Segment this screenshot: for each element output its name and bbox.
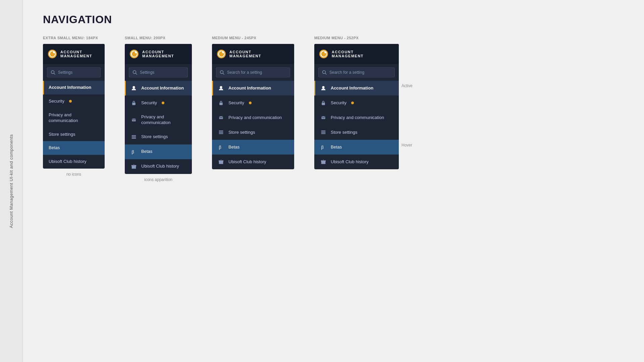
store-icon [218, 129, 224, 136]
nav-menu-extra-small: ACCOUNT MANAGEMENT SettingsAccount Infor… [43, 44, 105, 169]
nav-item[interactable]: Store settings [43, 128, 105, 141]
menu-column-medium: MEDIUM MENU - 245px ACCOUNT MANAGEMENT S… [212, 36, 294, 169]
notification-badge [249, 102, 252, 104]
nav-item-label: Account Information [331, 85, 373, 91]
nav-header: ACCOUNT MANAGEMENT [314, 44, 399, 64]
nav-header: ACCOUNT MANAGEMENT [212, 44, 294, 64]
nav-item-label: Store settings [228, 130, 255, 135]
svg-point-10 [132, 86, 135, 88]
svg-rect-14 [132, 136, 136, 137]
lock-icon [218, 100, 224, 106]
state-annotation [401, 123, 413, 138]
svg-line-37 [325, 73, 327, 75]
svg-rect-25 [219, 103, 223, 105]
svg-rect-46 [321, 161, 326, 162]
nav-item[interactable]: β Betas [314, 140, 399, 155]
nav-menu-small: ACCOUNT MANAGEMENT Settings Account Info… [125, 44, 192, 174]
search-bar[interactable]: Settings [47, 67, 101, 77]
gift-icon [320, 159, 327, 165]
lock-icon [320, 100, 327, 106]
nav-item-label: Security [49, 99, 64, 104]
nav-item[interactable]: Ubisoft Club history [125, 159, 192, 174]
nav-item[interactable]: Ubisoft Club history [314, 155, 399, 169]
notification-badge [351, 102, 354, 104]
notification-badge [69, 100, 72, 103]
svg-line-23 [223, 73, 224, 75]
nav-item[interactable]: Security [125, 96, 192, 110]
menu-column-medium2: MEDIUM MENU - 252px ACCOUNT MANAGEMENT S… [314, 36, 413, 169]
nav-item[interactable]: Store settings [212, 125, 294, 140]
search-bar[interactable]: Search for a setting [216, 67, 290, 77]
svg-rect-27 [219, 130, 223, 131]
nav-search-wrapper: Settings [125, 64, 192, 81]
nav-item-label: Ubisoft Club history [331, 159, 369, 165]
nav-item[interactable]: Privacy and communication [314, 110, 399, 125]
svg-text:β: β [321, 144, 324, 150]
nav-item[interactable]: Security [212, 96, 294, 110]
nav-item[interactable]: β Betas [125, 144, 192, 159]
search-placeholder: Settings [140, 70, 154, 75]
search-bar[interactable]: Search for a setting [318, 67, 395, 77]
gift-icon [218, 159, 224, 165]
state-annotation: Active [401, 78, 413, 94]
nav-search-wrapper: Settings [43, 64, 105, 81]
user-icon [130, 85, 137, 92]
nav-search-wrapper: Search for a setting [314, 64, 399, 81]
nav-item-label: Privacy and communication [331, 115, 384, 121]
nav-item[interactable]: Privacy and communication [43, 108, 105, 128]
nav-item[interactable]: β Betas [212, 140, 294, 155]
nav-title-management: MANAGEMENT [229, 54, 261, 58]
svg-line-9 [136, 73, 137, 75]
nav-title-account: ACCOUNT [332, 50, 364, 54]
svg-rect-45 [321, 161, 326, 164]
svg-rect-28 [219, 132, 223, 132]
nav-item[interactable]: Security [314, 96, 399, 110]
nav-item-label: Betas [228, 144, 239, 150]
size-label-medium: MEDIUM MENU - 245px [212, 36, 256, 40]
nav-title-account: ACCOUNT [60, 50, 92, 54]
nav-item[interactable]: Betas [43, 141, 105, 155]
nav-item[interactable]: Account Information [43, 81, 105, 95]
nav-item[interactable]: Privacy and communication [125, 110, 192, 130]
state-annotation: Hover [401, 138, 413, 152]
nav-item-label: Privacy and communication [228, 115, 282, 121]
user-icon [218, 85, 224, 92]
svg-rect-42 [321, 132, 326, 132]
nav-item-label: Security [141, 100, 157, 106]
nav-item[interactable]: Account Information [125, 81, 192, 96]
svg-rect-15 [132, 138, 136, 138]
nav-item[interactable]: Security [43, 95, 105, 108]
size-label-extra-small: EXTRA SMALL MENU: 184px [43, 36, 98, 40]
nav-header-text: ACCOUNT MANAGEMENT [60, 50, 92, 58]
nav-item[interactable]: Privacy and communication [212, 110, 294, 125]
page-title: NAVIGATION [43, 13, 624, 26]
nav-item[interactable]: Account Information [212, 81, 294, 96]
envelope-icon [320, 114, 327, 121]
nav-item[interactable]: Ubisoft Club history [212, 155, 294, 169]
nav-item-label: Account Information [228, 85, 271, 91]
nav-title-account: ACCOUNT [142, 50, 174, 54]
nav-title-management: MANAGEMENT [332, 54, 364, 58]
nav-item-label: Ubisoft Club history [141, 164, 179, 169]
search-icon [322, 70, 327, 75]
nav-item[interactable]: Ubisoft Club history [43, 155, 105, 169]
svg-rect-29 [219, 133, 223, 134]
size-label-small: SMALL MENU: 200px [125, 36, 165, 40]
nav-header: ACCOUNT MANAGEMENT [43, 44, 105, 64]
page-sidebar: Account Management UI-kit and components [0, 0, 23, 362]
nav-item-label: Ubisoft Club history [228, 159, 266, 165]
beta-icon: β [218, 144, 224, 150]
state-row-small: ACCOUNT MANAGEMENT Settings Account Info… [125, 44, 192, 174]
envelope-icon [130, 117, 137, 123]
nav-item-label: Security [228, 100, 244, 106]
nav-item[interactable]: Store settings [125, 130, 192, 144]
nav-item-label: Store settings [49, 132, 75, 137]
notification-badge [162, 102, 164, 104]
search-bar[interactable]: Settings [129, 67, 188, 77]
envelope-icon [218, 114, 224, 121]
svg-rect-26 [219, 116, 223, 119]
nav-item[interactable]: Account Information [314, 81, 399, 96]
gift-icon [130, 163, 137, 170]
nav-item[interactable]: Store settings [314, 125, 399, 140]
nav-search-wrapper: Search for a setting [212, 64, 294, 81]
